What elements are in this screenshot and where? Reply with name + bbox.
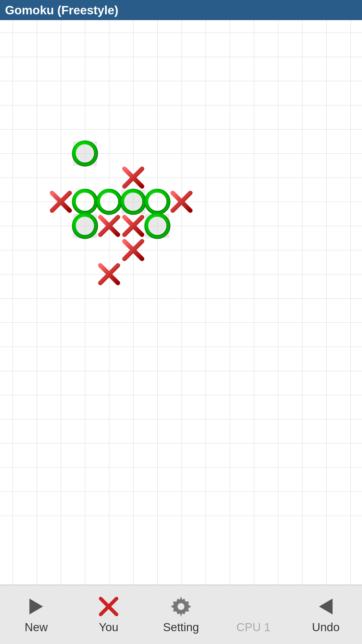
grid-line-h: [0, 129, 362, 130]
grid-line-h: [0, 467, 362, 468]
svg-point-32: [178, 603, 185, 610]
arrow-left-icon: [314, 595, 337, 618]
grid-line-v: [133, 20, 133, 610]
grid-line-v: [157, 20, 158, 610]
grid-line-v: [230, 20, 230, 610]
grid-line-h: [0, 347, 362, 347]
grid-line-h: [0, 153, 362, 154]
grid-line-h: [0, 226, 362, 226]
grid-line-h: [0, 516, 362, 516]
grid-line-h: [0, 202, 362, 202]
grid-line-v: [350, 20, 351, 610]
grid-line-v: [278, 20, 278, 610]
title-bar: Gomoku (Freestyle): [0, 0, 362, 20]
grid-line-h: [0, 395, 362, 395]
undo-button[interactable]: Undo: [292, 589, 360, 640]
grid-line-h: [0, 298, 362, 299]
x-mark-icon: [97, 595, 120, 618]
setting-label: Setting: [163, 620, 199, 634]
bottom-bar: New You Setting CPU 1 Undo: [0, 585, 362, 644]
grid-container: [0, 20, 362, 610]
cpu1-label: CPU 1: [236, 620, 270, 634]
grid-line-h: [0, 250, 362, 250]
grid-line-v: [302, 20, 302, 610]
game-title: Gomoku (Freestyle): [5, 3, 118, 17]
grid-line-h: [0, 57, 362, 57]
grid-line-h: [0, 492, 362, 492]
grid-line-h: [0, 33, 362, 33]
grid-line-v: [326, 20, 327, 610]
grid-line-v: [109, 20, 109, 610]
grid-line-h: [0, 274, 362, 274]
grid-line-v: [206, 20, 206, 610]
svg-marker-33: [319, 599, 333, 615]
grid-line-v: [254, 20, 254, 610]
cpu1-button[interactable]: CPU 1: [219, 589, 287, 640]
grid-line-h: [0, 419, 362, 419]
grid-line-v: [61, 20, 61, 610]
cpu1-icon: [242, 595, 265, 618]
you-button[interactable]: You: [75, 589, 143, 640]
you-label: You: [99, 620, 118, 634]
grid-line-v: [13, 20, 13, 610]
grid-line-v: [182, 20, 182, 610]
grid-line-h: [0, 105, 362, 105]
new-label: New: [25, 620, 48, 634]
grid-line-h: [0, 81, 362, 81]
new-button[interactable]: New: [2, 589, 70, 640]
setting-button[interactable]: Setting: [147, 589, 215, 640]
grid-line-h: [0, 178, 362, 178]
gear-icon: [170, 595, 192, 618]
grid-line-v: [85, 20, 85, 610]
undo-label: Undo: [312, 620, 340, 634]
arrow-right-icon: [25, 595, 48, 618]
grid-line-v: [37, 20, 37, 610]
grid-line-h: [0, 323, 362, 323]
grid-line-h: [0, 443, 362, 444]
game-area[interactable]: [0, 20, 362, 610]
svg-marker-28: [29, 599, 43, 615]
grid-line-h: [0, 371, 362, 371]
